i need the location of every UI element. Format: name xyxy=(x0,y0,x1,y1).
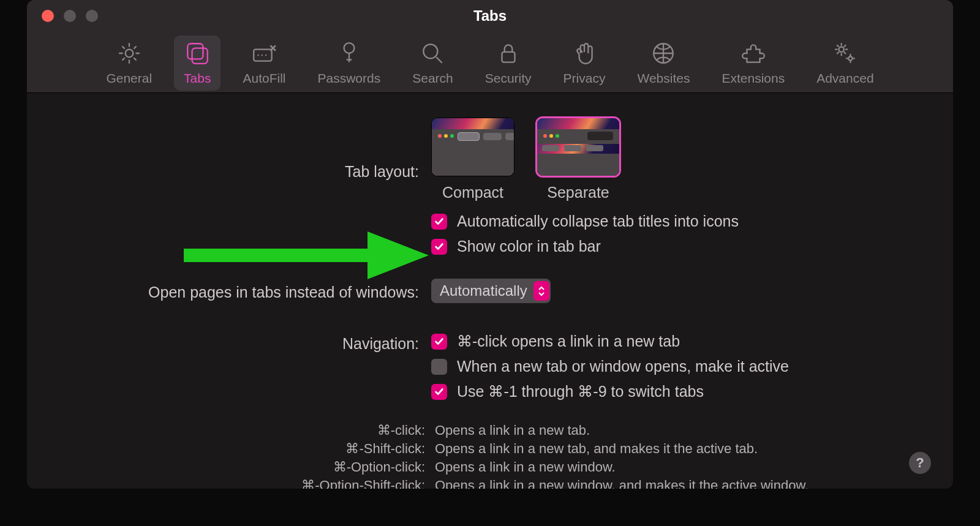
tab-websites[interactable]: Websites xyxy=(627,36,699,91)
tabs-pane: Tab layout: Compact xyxy=(27,93,953,489)
checkbox-icon xyxy=(431,239,447,255)
svg-point-0 xyxy=(125,49,133,57)
tab-passwords[interactable]: Passwords xyxy=(308,36,391,91)
svg-point-9 xyxy=(848,56,852,60)
titlebar: Tabs xyxy=(27,0,953,32)
tab-label: Security xyxy=(485,71,532,86)
check-color-tab-bar[interactable]: Show color in tab bar xyxy=(431,238,953,255)
tab-label: Advanced xyxy=(816,71,873,86)
tab-label: Search xyxy=(412,71,453,86)
tab-label: Websites xyxy=(637,71,690,86)
tab-security[interactable]: Security xyxy=(475,36,541,91)
hint-row: ⌘-Option-click: Opens a link in a new wi… xyxy=(247,459,953,475)
tab-general[interactable]: General xyxy=(96,36,162,91)
tab-tabs[interactable]: Tabs xyxy=(174,36,221,91)
svg-rect-6 xyxy=(502,51,514,62)
stepper-arrows-icon xyxy=(533,281,549,301)
tab-label: Extensions xyxy=(722,71,785,86)
tab-advanced[interactable]: Advanced xyxy=(807,36,883,91)
checkbox-icon xyxy=(431,334,447,350)
tabs-icon xyxy=(184,40,210,66)
hint-key: ⌘-click: xyxy=(247,423,425,438)
hint-row: ⌘-Shift-click: Opens a link in a new tab… xyxy=(247,441,953,457)
search-icon xyxy=(420,40,445,66)
svg-point-8 xyxy=(839,47,843,51)
key-icon xyxy=(336,40,362,66)
layout-option-label: Compact xyxy=(442,184,503,201)
tab-label: Tabs xyxy=(184,71,211,86)
checkbox-icon xyxy=(431,214,447,230)
window-title: Tabs xyxy=(27,7,953,24)
checkbox-icon xyxy=(431,359,447,375)
hint-row: ⌘-Option-Shift-click: Opens a link in a … xyxy=(247,478,953,489)
autofill-icon xyxy=(251,40,277,66)
tab-privacy[interactable]: Privacy xyxy=(554,36,616,91)
svg-point-5 xyxy=(424,44,438,58)
hint-value: Opens a link in a new window. xyxy=(435,459,616,475)
svg-marker-10 xyxy=(184,231,429,279)
check-label: Show color in tab bar xyxy=(457,238,601,255)
preferences-toolbar: General Tabs AutoFill Passwords Search xyxy=(27,32,953,93)
lock-icon xyxy=(496,40,521,66)
checkbox-icon xyxy=(431,384,447,400)
annotation-arrow-icon xyxy=(184,231,429,279)
globe-icon xyxy=(650,40,676,66)
tab-label: General xyxy=(106,71,152,86)
svg-rect-2 xyxy=(192,48,208,63)
gears-icon xyxy=(832,40,858,66)
gear-icon xyxy=(116,40,142,66)
select-value: Automatically xyxy=(440,282,527,299)
hint-key: ⌘-Option-Shift-click: xyxy=(247,478,425,489)
hint-row: ⌘-click: Opens a link in a new tab. xyxy=(247,423,953,438)
hint-value: Opens a link in a new window, and makes … xyxy=(435,478,809,489)
open-pages-label: Open pages in tabs instead of windows: xyxy=(27,281,431,301)
svg-rect-3 xyxy=(254,49,272,61)
tab-label: Passwords xyxy=(318,71,381,86)
tab-autofill[interactable]: AutoFill xyxy=(233,36,295,91)
hint-value: Opens a link in a new tab. xyxy=(435,423,590,438)
svg-rect-1 xyxy=(188,43,203,59)
layout-option-separate[interactable]: Separate xyxy=(537,118,620,201)
open-pages-select[interactable]: Automatically xyxy=(431,279,551,303)
check-label: ⌘-click opens a link in a new tab xyxy=(457,333,680,350)
check-make-active[interactable]: When a new tab or window opens, make it … xyxy=(431,358,953,375)
tab-search[interactable]: Search xyxy=(402,36,463,91)
check-label: When a new tab or window opens, make it … xyxy=(457,358,789,375)
preferences-window: Tabs General Tabs AutoFill Password xyxy=(27,0,953,489)
check-label: Automatically collapse tab titles into i… xyxy=(457,212,739,230)
layout-preview-compact xyxy=(431,118,514,176)
check-label: Use ⌘-1 through ⌘-9 to switch tabs xyxy=(457,383,704,400)
tab-label: AutoFill xyxy=(243,71,285,86)
svg-point-4 xyxy=(344,43,354,53)
help-button[interactable]: ? xyxy=(909,452,931,474)
tab-label: Privacy xyxy=(564,71,606,86)
layout-preview-separate xyxy=(537,118,620,176)
layout-option-compact[interactable]: Compact xyxy=(431,118,514,201)
check-collapse-titles[interactable]: Automatically collapse tab titles into i… xyxy=(431,212,953,230)
layout-option-label: Separate xyxy=(547,184,609,201)
navigation-label: Navigation: xyxy=(27,333,431,353)
puzzle-icon xyxy=(741,40,766,66)
check-cmd-number[interactable]: Use ⌘-1 through ⌘-9 to switch tabs xyxy=(431,383,953,400)
hand-icon xyxy=(571,40,597,66)
tab-layout-label: Tab layout: xyxy=(27,138,431,181)
hint-value: Opens a link in a new tab, and makes it … xyxy=(435,441,758,457)
tab-extensions[interactable]: Extensions xyxy=(712,36,794,91)
hint-key: ⌘-Shift-click: xyxy=(247,441,425,457)
check-cmd-click[interactable]: ⌘-click opens a link in a new tab xyxy=(431,333,953,350)
hint-key: ⌘-Option-click: xyxy=(247,459,425,475)
